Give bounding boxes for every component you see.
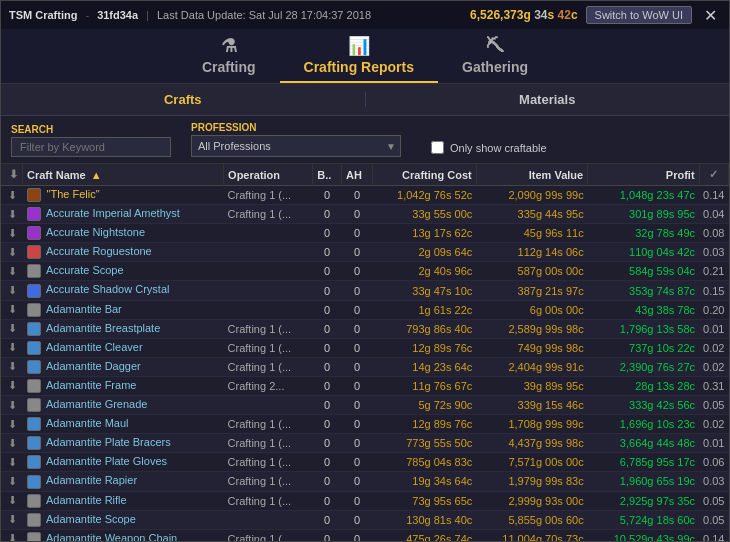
col-crafting-cost[interactable]: Crafting Cost (373, 164, 477, 186)
row-name[interactable]: Adamantite Frame (23, 376, 224, 395)
row-name[interactable]: Adamantite Cleaver (23, 338, 224, 357)
row-profit-val: 0.01 (699, 434, 728, 453)
row-profit: 10,529g 43s 99c (588, 529, 699, 541)
item-name-text[interactable]: Adamantite Cleaver (46, 341, 143, 353)
row-name[interactable]: Adamantite Rapier (23, 472, 224, 491)
item-name-text[interactable]: Adamantite Bar (46, 303, 122, 315)
row-b: 0 (313, 491, 342, 510)
item-name-text[interactable]: Accurate Imperial Amethyst (46, 207, 180, 219)
item-name-text[interactable]: Adamantite Plate Gloves (46, 455, 167, 467)
row-name[interactable]: Adamantite Dagger (23, 357, 224, 376)
profession-select[interactable]: All Professions Alchemy Blacksmithing En… (192, 138, 382, 154)
row-item-value: 1,979g 99s 83c (476, 472, 587, 491)
table-row: ⬇ Accurate Nightstone 0 0 13g 17s 62c 45… (1, 224, 729, 243)
close-button[interactable]: ✕ (700, 6, 721, 25)
row-operation (224, 281, 313, 300)
row-download[interactable]: ⬇ (1, 510, 23, 529)
col-profit[interactable]: Profit (588, 164, 699, 186)
sub-header-materials[interactable]: Materials (366, 92, 730, 107)
item-name-text[interactable]: "The Felic" (47, 188, 100, 200)
craftable-checkbox[interactable] (431, 141, 444, 154)
row-name[interactable]: Adamantite Grenade (23, 396, 224, 415)
item-name-text[interactable]: Adamantite Rifle (46, 494, 127, 506)
col-craft-name[interactable]: Craft Name ▲ (23, 164, 224, 186)
col-ah[interactable]: AH (342, 164, 373, 186)
row-operation (224, 262, 313, 281)
item-name-text[interactable]: Adamantite Breastplate (46, 322, 160, 334)
row-name[interactable]: Adamantite Maul (23, 415, 224, 434)
row-ah: 0 (342, 434, 373, 453)
row-profit: 110g 04s 42c (588, 243, 699, 262)
row-download[interactable]: ⬇ (1, 186, 23, 205)
row-download[interactable]: ⬇ (1, 529, 23, 541)
row-download[interactable]: ⬇ (1, 415, 23, 434)
row-profit: 1,960g 65s 19c (588, 472, 699, 491)
item-name-text[interactable]: Accurate Nightstone (46, 226, 145, 238)
item-name-text[interactable]: Adamantite Dagger (46, 360, 141, 372)
item-icon (27, 417, 41, 431)
item-name-text[interactable]: Adamantite Grenade (46, 398, 148, 410)
row-name[interactable]: Adamantite Rifle (23, 491, 224, 510)
item-name-text[interactable]: Adamantite Maul (46, 417, 129, 429)
row-download[interactable]: ⬇ (1, 396, 23, 415)
tab-crafting-reports[interactable]: 📊 Crafting Reports (280, 29, 438, 83)
table-row: ⬇ Adamantite Plate Bracers Crafting 1 (.… (1, 434, 729, 453)
col-download[interactable]: ⬇ (1, 164, 23, 186)
item-name-text[interactable]: Adamantite Weapon Chain (46, 532, 177, 541)
row-download[interactable]: ⬇ (1, 300, 23, 319)
row-download[interactable]: ⬇ (1, 281, 23, 300)
sub-header-crafts[interactable]: Crafts (1, 92, 366, 107)
item-name-text[interactable]: Adamantite Scope (46, 513, 136, 525)
row-download[interactable]: ⬇ (1, 434, 23, 453)
row-name[interactable]: Accurate Scope (23, 262, 224, 281)
item-name-text[interactable]: Adamantite Plate Bracers (46, 436, 171, 448)
tab-crafting-label: Crafting (202, 59, 256, 75)
row-download[interactable]: ⬇ (1, 243, 23, 262)
row-name[interactable]: Adamantite Scope (23, 510, 224, 529)
item-name-text[interactable]: Accurate Roguestone (46, 245, 152, 257)
col-b[interactable]: B.. (313, 164, 342, 186)
row-profit-val: 0.04 (699, 205, 728, 224)
row-download[interactable]: ⬇ (1, 453, 23, 472)
filter-bar: SEARCH PROFESSION All Professions Alchem… (1, 116, 729, 164)
row-name[interactable]: Adamantite Plate Bracers (23, 434, 224, 453)
row-ah: 0 (342, 319, 373, 338)
row-name[interactable]: Accurate Shadow Crystal (23, 281, 224, 300)
row-name[interactable]: Accurate Roguestone (23, 243, 224, 262)
item-icon (27, 188, 41, 202)
item-name-text[interactable]: Accurate Scope (46, 264, 124, 276)
row-name[interactable]: "The Felic" (23, 186, 224, 205)
row-download[interactable]: ⬇ (1, 319, 23, 338)
table-row: ⬇ Adamantite Grenade 0 0 5g 72s 90c 339g… (1, 396, 729, 415)
col-check[interactable]: ✓ (699, 164, 728, 186)
row-name[interactable]: Adamantite Plate Gloves (23, 453, 224, 472)
search-input[interactable] (11, 137, 171, 157)
row-download[interactable]: ⬇ (1, 472, 23, 491)
col-item-value[interactable]: Item Value (476, 164, 587, 186)
row-name[interactable]: Adamantite Bar (23, 300, 224, 319)
row-name[interactable]: Accurate Imperial Amethyst (23, 205, 224, 224)
row-b: 0 (313, 262, 342, 281)
row-download[interactable]: ⬇ (1, 376, 23, 395)
row-item-value: 11,004g 70s 73c (476, 529, 587, 541)
item-name-text[interactable]: Adamantite Rapier (46, 474, 137, 486)
tab-crafting[interactable]: ⚗ Crafting (178, 29, 280, 83)
row-download[interactable]: ⬇ (1, 338, 23, 357)
row-name[interactable]: Adamantite Breastplate (23, 319, 224, 338)
table-wrap[interactable]: ⬇ Craft Name ▲ Operation B.. AH Crafting… (1, 164, 729, 541)
row-name[interactable]: Adamantite Weapon Chain (23, 529, 224, 541)
row-download[interactable]: ⬇ (1, 262, 23, 281)
item-icon (27, 303, 41, 317)
tab-gathering[interactable]: ⛏ Gathering (438, 30, 552, 83)
row-download[interactable]: ⬇ (1, 205, 23, 224)
row-download[interactable]: ⬇ (1, 491, 23, 510)
table-row: ⬇ Adamantite Dagger Crafting 1 (... 0 0 … (1, 357, 729, 376)
row-download[interactable]: ⬇ (1, 224, 23, 243)
row-name[interactable]: Accurate Nightstone (23, 224, 224, 243)
row-operation (224, 224, 313, 243)
item-name-text[interactable]: Adamantite Frame (46, 379, 136, 391)
switch-wow-button[interactable]: Switch to WoW UI (586, 6, 692, 24)
item-name-text[interactable]: Accurate Shadow Crystal (46, 283, 170, 295)
row-download[interactable]: ⬇ (1, 357, 23, 376)
col-operation[interactable]: Operation (224, 164, 313, 186)
